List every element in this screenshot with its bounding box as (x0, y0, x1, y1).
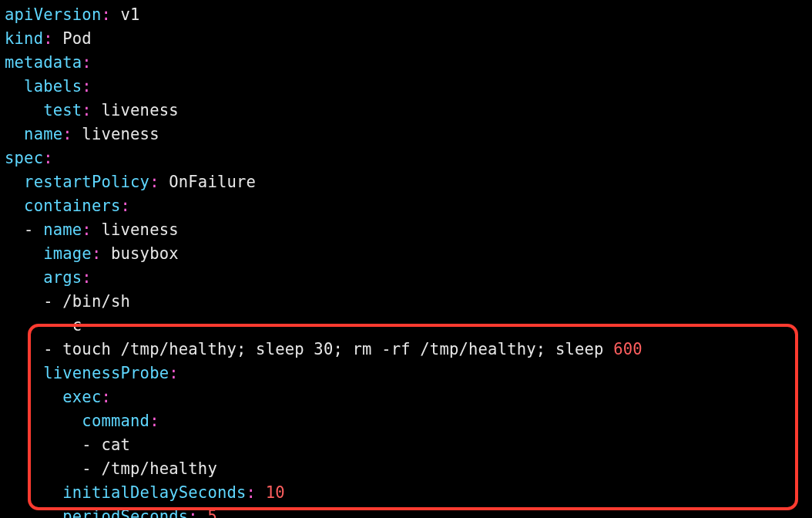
yaml-code-block: apiVersion: v1 kind: Pod metadata: label… (0, 0, 812, 518)
val-kind: Pod (62, 29, 92, 48)
cmd-0: cat (101, 436, 130, 454)
cmd-1: /tmp/healthy (101, 459, 217, 478)
key-name-top: name (24, 125, 62, 143)
key-kind: kind (5, 29, 43, 48)
key-restartpolicy: restartPolicy (24, 173, 149, 191)
key-livenessprobe: livenessProbe (43, 364, 169, 382)
arg-2: touch /tmp/healthy; sleep 30; rm -rf /tm… (62, 340, 613, 358)
val-c-name: liveness (101, 220, 178, 239)
key-c-name: name (43, 220, 82, 239)
val-test: liveness (101, 101, 178, 119)
key-c-args: args (43, 268, 82, 287)
key-apiversion: apiVersion (5, 5, 101, 24)
val-name-top: liveness (82, 125, 159, 143)
key-periodseconds: periodSeconds (62, 507, 188, 518)
val-apiversion: v1 (121, 5, 140, 24)
arg-0: /bin/sh (62, 292, 130, 311)
val-restartpolicy: OnFailure (169, 173, 256, 191)
key-c-image: image (43, 244, 92, 263)
key-exec: exec (62, 388, 101, 406)
key-command: command (82, 412, 149, 430)
key-containers: containers (24, 197, 120, 215)
key-spec: spec (5, 149, 43, 167)
key-metadata: metadata (5, 53, 82, 72)
val-periodseconds: 5 (207, 507, 217, 518)
arg-2-num: 600 (613, 340, 643, 358)
key-labels: labels (24, 77, 82, 96)
key-initialdelayseconds: initialDelaySeconds (62, 483, 246, 502)
val-c-image: busybox (111, 244, 179, 263)
arg-1: -c (62, 316, 82, 335)
val-initialdelayseconds: 10 (266, 483, 285, 502)
key-test: test (43, 101, 82, 119)
